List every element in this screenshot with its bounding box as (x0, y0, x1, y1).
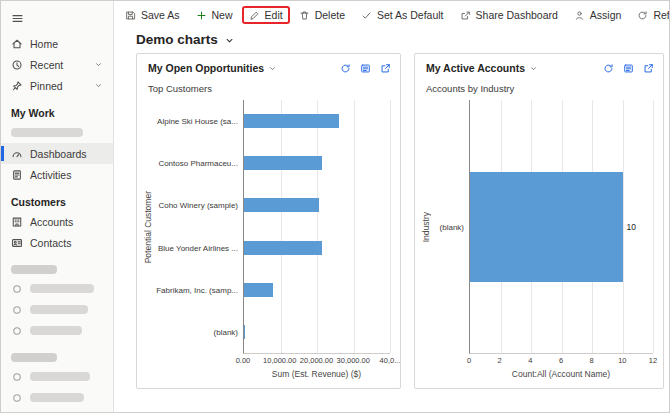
toolbar-button-label: Save As (141, 9, 180, 21)
new-icon (196, 10, 207, 21)
command-bar: Save AsNewEditDeleteSet As DefaultShare … (114, 1, 669, 29)
x-axis-ticks: 024681012 (469, 354, 653, 366)
chart-card-actions (340, 63, 391, 74)
save-as-icon (125, 10, 136, 21)
sidebar-item-redacted[interactable] (1, 387, 113, 408)
sidebar-item-label: Dashboards (30, 148, 87, 160)
sidebar-section-customers: Customers (1, 192, 113, 211)
view-records-icon[interactable] (623, 63, 634, 74)
redacted-label (11, 128, 83, 137)
toolbar-button-label: Delete (315, 9, 345, 21)
toolbar-new-button[interactable]: New (189, 6, 240, 24)
sidebar-item-pinned[interactable]: Pinned (1, 75, 113, 96)
toolbar-refresh-all-button[interactable]: Refresh All (630, 6, 670, 24)
dashboard-icon (11, 148, 23, 160)
x-tick-label: 2 (498, 356, 502, 365)
redacted-label (30, 372, 90, 381)
set-default-icon (361, 10, 372, 21)
bar-series: 10 (470, 100, 653, 353)
chart-title: My Open Opportunities (148, 62, 264, 74)
expand-icon[interactable] (380, 63, 391, 74)
toolbar-button-label: Share Dashboard (476, 9, 558, 21)
plot-area: 10 (469, 100, 653, 354)
category-labels: Alpine Ski House (sa...Contoso Pharmaceu… (155, 100, 243, 354)
toolbar-button-label: Set As Default (377, 9, 444, 21)
bar-row (244, 269, 390, 311)
chart-plot-1: Potential CustomerAlpine Ski House (sa..… (137, 94, 400, 388)
bar[interactable] (244, 156, 322, 170)
chevron-down-icon[interactable] (529, 64, 538, 73)
page-title-row: Demo charts (114, 29, 669, 53)
chart-plot-2: Industry(blank)10024681012Count:All (Acc… (415, 94, 663, 388)
view-records-icon[interactable] (360, 63, 371, 74)
toolbar-assign-button[interactable]: Assign (567, 6, 629, 24)
pin-icon (11, 80, 23, 92)
toolbar-save-as-button[interactable]: Save As (118, 6, 187, 24)
sidebar-item-redacted[interactable] (1, 122, 113, 143)
sidebar-item-home[interactable]: Home (1, 33, 113, 54)
sidebar-item-contacts[interactable]: Contacts (1, 232, 113, 253)
bar-row (244, 227, 390, 269)
sidebar-item-redacted[interactable] (1, 366, 113, 387)
x-tick-label: 20,000.00 (300, 356, 333, 365)
bar[interactable] (244, 325, 245, 339)
y-axis-label: Potential Customer (143, 191, 153, 263)
toolbar-delete-button[interactable]: Delete (292, 6, 352, 24)
x-axis-label: Count:All (Account Name) (469, 366, 653, 382)
bar-row (244, 100, 390, 142)
sidebar-item-redacted[interactable] (1, 299, 113, 320)
sidebar-item-label: Accounts (30, 216, 73, 228)
redacted-label (30, 393, 84, 402)
toolbar-share-dashboard-button[interactable]: Share Dashboard (453, 6, 565, 24)
category-label: Blue Yonder Airlines ... (155, 227, 243, 269)
clock-icon (11, 59, 23, 71)
accounts-icon (11, 216, 23, 228)
bar-row (244, 184, 390, 226)
x-tick-label: 12 (649, 356, 657, 365)
category-label: Alpine Ski House (sa... (155, 100, 243, 142)
sidebar-item-redacted[interactable] (1, 320, 113, 341)
sidebar-item-label: Contacts (30, 237, 71, 249)
x-axis-ticks: 0.0010,000.0020,000.0030,000.0040,0... (243, 354, 390, 366)
bar[interactable] (244, 114, 339, 128)
chevron-down-icon[interactable] (268, 64, 277, 73)
sidebar-item-accounts[interactable]: Accounts (1, 211, 113, 232)
redacted-label (30, 305, 88, 314)
expand-icon[interactable] (643, 63, 654, 74)
bar[interactable] (244, 241, 322, 255)
bar[interactable] (244, 283, 273, 297)
toolbar-edit-button[interactable]: Edit (242, 6, 290, 24)
assign-icon (574, 10, 585, 21)
placeholder-icon (11, 304, 23, 316)
gridline (653, 100, 654, 353)
category-label: Coho Winery (sample) (155, 185, 243, 227)
bar-row (244, 311, 390, 353)
sidebar-item-dashboards[interactable]: Dashboards (1, 143, 113, 164)
activities-icon (11, 169, 23, 181)
share-icon (460, 10, 471, 21)
refresh-icon[interactable] (340, 63, 351, 74)
contacts-icon (11, 237, 23, 249)
sidebar-item-activities[interactable]: Activities (1, 164, 113, 185)
bar[interactable] (244, 198, 319, 212)
toolbar-button-label: Assign (590, 9, 622, 21)
chart-subtitle: Top Customers (137, 77, 400, 94)
bar[interactable] (470, 172, 623, 282)
x-tick-label: 0.00 (236, 356, 251, 365)
x-tick-label: 10,000.00 (263, 356, 296, 365)
chart-title: My Active Accounts (426, 62, 525, 74)
sidebar-item-recent[interactable]: Recent (1, 54, 113, 75)
sidebar-item-redacted[interactable] (1, 278, 113, 299)
bar-row: 10 (470, 100, 653, 353)
page-title: Demo charts (136, 32, 218, 47)
placeholder-icon (11, 371, 23, 383)
bar-series (244, 100, 390, 353)
refresh-icon[interactable] (603, 63, 614, 74)
chevron-down-icon[interactable] (224, 35, 235, 46)
edit-icon (249, 10, 260, 21)
menu-button[interactable] (1, 6, 113, 31)
app-window: HomeRecentPinnedMy WorkDashboardsActivit… (0, 0, 670, 413)
toolbar-set-as-default-button[interactable]: Set As Default (354, 6, 451, 24)
hamburger-icon (11, 12, 24, 25)
y-axis-label: Industry (421, 212, 431, 242)
